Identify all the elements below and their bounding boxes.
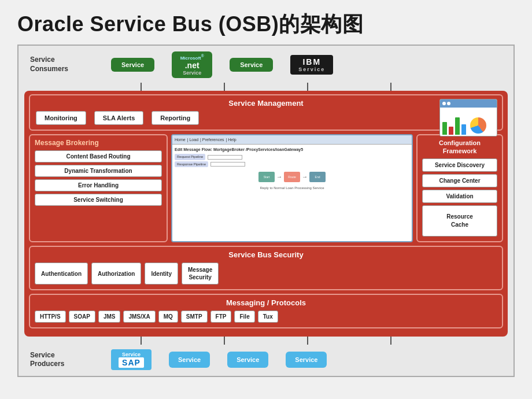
ss-row-1: Request Pipeline <box>175 154 409 160</box>
bottom-connectors <box>24 337 508 345</box>
https-button[interactable]: HTTP/S <box>35 311 66 323</box>
ibm-service-label: Service <box>298 66 325 72</box>
conn-line-3 <box>307 83 308 91</box>
conn-line-b1 <box>141 337 142 345</box>
service-discovery-button[interactable]: Service Discovery <box>422 158 497 172</box>
message-brokering-title: Message Brokering <box>35 139 162 147</box>
conn-line-b4 <box>390 337 391 345</box>
consumer-service-3: Service <box>230 58 273 72</box>
screenshot-mockup: Home | Load | Preferences | Help Edit Me… <box>172 135 412 242</box>
error-handling-button[interactable]: Error Handling <box>35 179 162 191</box>
chart-header <box>440 99 497 108</box>
chart-bar-4 <box>461 124 466 135</box>
authorization-button[interactable]: Authorization <box>91 263 141 285</box>
service-producer-icons: Service SAP Service Service Service <box>111 349 327 370</box>
config-framework-section: ConfigurationFramework Service Discovery… <box>416 134 503 243</box>
main-content: ServiceConsumers Service Microsoft® .net… <box>17 45 515 377</box>
soap-button[interactable]: SOAP <box>69 311 95 323</box>
sap-service-label: Service <box>122 352 141 357</box>
chart-dot-1 <box>442 102 446 105</box>
content-based-routing-button[interactable]: Content Based Routing <box>35 150 162 162</box>
ss-label-1: Request Pipeline <box>175 154 205 160</box>
ss-diagram: Start → Route → End <box>175 172 409 182</box>
ss-box-2: Route <box>284 172 300 182</box>
identity-button[interactable]: Identity <box>145 263 178 285</box>
config-framework-title: ConfigurationFramework <box>422 139 497 156</box>
mq-button[interactable]: MQ <box>158 311 178 323</box>
chart-pie <box>470 117 486 134</box>
chart-bar-1 <box>442 122 447 135</box>
dynamic-transformation-button[interactable]: Dynamic Transformation <box>35 165 162 177</box>
ss-row-2: Response Pipeline <box>175 161 409 167</box>
page-title: Oracle Service Bus (OSB)的架构图 <box>17 12 363 36</box>
chart-bar-3 <box>455 117 460 135</box>
ss-field-1 <box>208 155 242 160</box>
ss-toolbar: Home | Load | Preferences | Help <box>172 135 412 145</box>
sap-logo: SAP <box>119 357 144 368</box>
consumer-service-1: Service <box>111 58 154 72</box>
middle-row: Message Brokering Content Based Routing … <box>29 134 503 243</box>
sla-alerts-button[interactable]: SLA Alerts <box>94 111 143 125</box>
osb-frame: Service Management Monitoring SLA Alerts… <box>24 91 508 337</box>
conn-line-4 <box>390 83 391 91</box>
dotnet-ms-label: Microsoft® <box>178 54 206 61</box>
producers-label: ServiceProducers <box>30 351 76 369</box>
service-security-section: Service Bus Security Authentication Auth… <box>29 246 503 290</box>
message-security-button[interactable]: MessageSecurity <box>182 263 219 285</box>
file-button[interactable]: File <box>234 311 254 323</box>
service-management-buttons: Monitoring SLA Alerts Reporting <box>36 111 496 125</box>
message-brokering-section: Message Brokering Content Based Routing … <box>29 134 168 243</box>
chart-body <box>440 108 497 136</box>
jms-button[interactable]: JMS <box>98 311 121 323</box>
dotnet-logo: .net <box>178 61 206 70</box>
ftp-button[interactable]: FTP <box>210 311 232 323</box>
producer-service-4: Service <box>286 352 327 368</box>
authentication-button[interactable]: Authentication <box>35 263 88 285</box>
consumer-service-ibm: IBM Service <box>290 55 333 75</box>
service-management-section: Service Management Monitoring SLA Alerts… <box>29 94 503 131</box>
service-consumers-icons: Service Microsoft® .net Service Service … <box>111 51 333 78</box>
messaging-protocols-section: Messaging / Protocols HTTP/S SOAP JMS JM… <box>29 294 503 328</box>
security-buttons: Authentication Authorization Identity Me… <box>35 263 497 285</box>
change-center-button[interactable]: Change Center <box>422 174 497 187</box>
sap-button: Service SAP <box>111 349 152 370</box>
service-switching-button[interactable]: Service Switching <box>35 194 162 206</box>
ss-menu-3: | Preferences <box>200 138 224 142</box>
ss-box-1: Start <box>258 172 275 182</box>
producer-service-3: Service <box>227 352 268 368</box>
producers-row: ServiceProducers Service SAP Service Ser… <box>24 349 508 370</box>
chart-thumbnail <box>439 99 497 136</box>
tux-button[interactable]: Tux <box>258 311 278 323</box>
chart-bar-2 <box>449 127 453 135</box>
conn-line-2 <box>224 83 225 91</box>
ss-label-2: Response Pipeline <box>175 161 208 167</box>
ss-footer: Reply to Normal Loan Processing Service <box>175 186 409 190</box>
conn-line-b3 <box>307 337 308 345</box>
ss-arrow-2: → <box>302 173 308 181</box>
title-bar: Oracle Service Bus (OSB)的架构图 <box>0 0 532 45</box>
producer-service-2: Service <box>169 352 210 368</box>
smtp-button[interactable]: SMTP <box>181 311 208 323</box>
chart-dot-2 <box>447 102 450 105</box>
ss-menu-2: | Load <box>187 138 198 142</box>
consumers-row: ServiceConsumers Service Microsoft® .net… <box>24 51 508 78</box>
resource-cache-button[interactable]: ResourceCache <box>422 205 497 237</box>
validation-button[interactable]: Validation <box>422 190 497 203</box>
monitoring-button[interactable]: Monitoring <box>36 111 86 125</box>
ss-title: Edit Message Flow: MortgageBroker /Proxy… <box>175 147 409 153</box>
consumers-label: ServiceConsumers <box>30 56 76 73</box>
ss-menu-4: | Help <box>226 138 237 142</box>
ibm-logo: IBM <box>302 57 321 66</box>
producer-sap: Service SAP <box>111 349 152 370</box>
reporting-button[interactable]: Reporting <box>152 111 199 125</box>
ss-field-2 <box>210 162 245 167</box>
ss-content: Edit Message Flow: MortgageBroker /Proxy… <box>172 145 412 193</box>
jmsxa-button[interactable]: JMS/XA <box>123 311 155 323</box>
ss-menu-1: Home <box>175 138 186 142</box>
screenshot-area: Home | Load | Preferences | Help Edit Me… <box>171 134 413 243</box>
ss-box-3: End <box>309 172 326 182</box>
conn-line-1 <box>141 83 142 91</box>
slide: Oracle Service Bus (OSB)的架构图 ServiceCons… <box>0 0 532 399</box>
consumer-service-dotnet: Microsoft® .net Service <box>172 51 212 78</box>
top-connectors <box>24 83 508 91</box>
